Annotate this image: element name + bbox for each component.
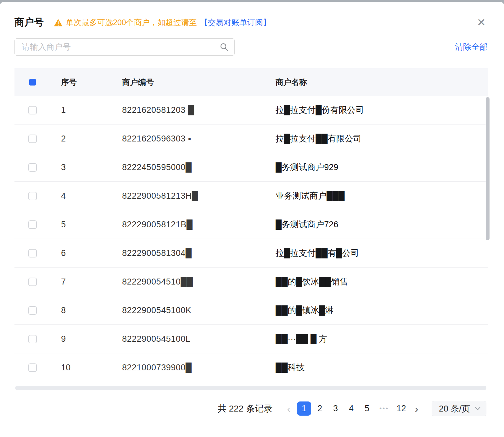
next-page-icon[interactable]: › bbox=[410, 402, 423, 416]
search-box bbox=[14, 38, 235, 56]
row-checkbox[interactable] bbox=[28, 335, 37, 343]
row-index: 9 bbox=[61, 334, 122, 344]
row-checkbox[interactable] bbox=[28, 306, 37, 315]
table-row: 3 8222450595000█ █务测试商户929 bbox=[14, 153, 488, 182]
page-size-select[interactable]: 20 条/页 bbox=[432, 401, 486, 416]
merchant-name: █务测试商户929 bbox=[276, 162, 488, 173]
page-button-4[interactable]: 4 bbox=[344, 401, 358, 416]
merchant-id: 8221620581203 █ bbox=[122, 105, 276, 115]
row-index: 6 bbox=[61, 248, 122, 258]
table-row: 4 8222900581213H█ 业务测试商户███ bbox=[14, 182, 488, 210]
merchant-name: ██科技 bbox=[276, 362, 488, 373]
last-page-button[interactable]: 12 bbox=[394, 401, 408, 416]
row-index: 10 bbox=[61, 363, 122, 373]
merchant-name: 拉█拉支付██有█公司 bbox=[276, 247, 488, 259]
merchant-id: 8222900581213H█ bbox=[122, 191, 276, 201]
merchant-name: 拉█拉支付█份有限公司 bbox=[276, 104, 488, 116]
close-icon[interactable]: ✕ bbox=[475, 16, 488, 29]
header-merchant-id: 商户编号 bbox=[122, 77, 276, 87]
merchant-name: ██的█饮冰██销售 bbox=[276, 276, 488, 287]
page-size-label: 20 条/页 bbox=[439, 403, 470, 414]
prev-page-icon[interactable]: ‹ bbox=[283, 402, 295, 416]
merchant-name: 拉█拉支付██有限公司 bbox=[276, 133, 488, 144]
merchant-id: 8222900545100K bbox=[122, 306, 276, 315]
merchant-id: 8222450595000█ bbox=[122, 163, 276, 172]
row-checkbox[interactable] bbox=[28, 278, 37, 286]
merchant-name: ██···██ █ 方 bbox=[276, 333, 488, 345]
table-row: 5 822290058121B█ █务测试商户726 bbox=[14, 210, 488, 239]
pagination-bar: 共 222 条记录 ‹ 12345 ••• 12 › 20 条/页 bbox=[0, 390, 504, 416]
select-all-checkbox[interactable] bbox=[29, 79, 36, 86]
header-merchant-name: 商户名称 bbox=[276, 77, 488, 87]
warning-banner: 单次最多可选200个商户，如超过请至 【交易对账单订阅】 bbox=[54, 17, 271, 28]
table-row: 8 8222900545100K ██的█镇冰█淋 bbox=[14, 296, 488, 325]
pagination-ellipsis[interactable]: ••• bbox=[376, 405, 392, 412]
page-button-5[interactable]: 5 bbox=[360, 401, 374, 416]
table-row: 6 8222900581304█ 拉█拉支付██有█公司 bbox=[14, 239, 488, 268]
horizontal-scrollbar[interactable] bbox=[15, 386, 486, 390]
table-row: 2 8221620596303 ▪ 拉█拉支付██有限公司 bbox=[14, 124, 488, 153]
vertical-scrollbar[interactable] bbox=[486, 97, 490, 381]
clear-all-link[interactable]: 清除全部 bbox=[455, 41, 488, 53]
merchant-name: 业务测试商户███ bbox=[276, 190, 488, 202]
modal-header: 商户号 单次最多可选200个商户，如超过请至 【交易对账单订阅】 ✕ bbox=[0, 2, 504, 29]
page-button-3[interactable]: 3 bbox=[328, 401, 343, 416]
row-index: 5 bbox=[61, 220, 122, 230]
row-index: 7 bbox=[61, 277, 122, 287]
merchant-selector-modal: 商户号 单次最多可选200个商户，如超过请至 【交易对账单订阅】 ✕ bbox=[0, 2, 504, 437]
row-index: 3 bbox=[61, 163, 122, 172]
total-records: 共 222 条记录 bbox=[218, 403, 272, 415]
row-index: 8 bbox=[61, 306, 122, 315]
merchant-id: 822290058121B█ bbox=[122, 220, 276, 230]
row-checkbox[interactable] bbox=[28, 163, 37, 172]
table-body: 1 8221620581203 █ 拉█拉支付█份有限公司 2 82216205… bbox=[14, 96, 488, 382]
table-row: 1 8221620581203 █ 拉█拉支付█份有限公司 bbox=[14, 96, 488, 124]
page-title: 商户号 bbox=[14, 16, 44, 29]
row-checkbox[interactable] bbox=[28, 249, 37, 257]
merchant-name: ██的█镇冰█淋 bbox=[276, 305, 488, 316]
page-button-1[interactable]: 1 bbox=[297, 401, 311, 416]
header-index: 序号 bbox=[61, 77, 122, 87]
search-icon[interactable] bbox=[220, 43, 228, 53]
merchant-id: 8221000739900█ bbox=[122, 363, 276, 373]
row-index: 4 bbox=[61, 191, 122, 201]
row-checkbox[interactable] bbox=[28, 192, 37, 200]
table-header: 序号 商户编号 商户名称 bbox=[14, 68, 488, 96]
page-list: 12345 bbox=[297, 401, 374, 416]
row-checkbox[interactable] bbox=[28, 106, 37, 114]
reconciliation-subscription-link[interactable]: 【交易对账单订阅】 bbox=[200, 17, 271, 28]
row-index: 1 bbox=[61, 105, 122, 115]
row-checkbox[interactable] bbox=[28, 220, 37, 229]
search-input[interactable] bbox=[14, 38, 235, 56]
chevron-down-icon bbox=[475, 407, 480, 410]
merchant-id: 8222900581304█ bbox=[122, 248, 276, 258]
table-row: 7 822290054510██ ██的█饮冰██销售 bbox=[14, 268, 488, 296]
row-checkbox[interactable] bbox=[28, 363, 37, 372]
merchant-id: 8221620596303 ▪ bbox=[122, 134, 276, 144]
vertical-scrollbar-thumb[interactable] bbox=[486, 97, 490, 240]
table-row: 10 8221000739900█ ██科技 bbox=[14, 353, 488, 382]
warning-text: 单次最多可选200个商户，如超过请至 bbox=[66, 17, 197, 28]
table-row: 9 8222900545100L ██···██ █ 方 bbox=[14, 325, 488, 353]
page-button-2[interactable]: 2 bbox=[313, 401, 327, 416]
merchant-name: █务测试商户726 bbox=[276, 219, 488, 230]
row-checkbox[interactable] bbox=[28, 135, 37, 143]
merchant-id: 822290054510██ bbox=[122, 277, 276, 287]
merchant-table: 序号 商户编号 商户名称 1 8221620581203 █ 拉█拉支付█份有限… bbox=[14, 68, 488, 382]
merchant-id: 8222900545100L bbox=[122, 334, 276, 344]
warning-icon bbox=[54, 19, 63, 27]
row-index: 2 bbox=[61, 134, 122, 144]
search-row: 清除全部 bbox=[14, 38, 488, 56]
